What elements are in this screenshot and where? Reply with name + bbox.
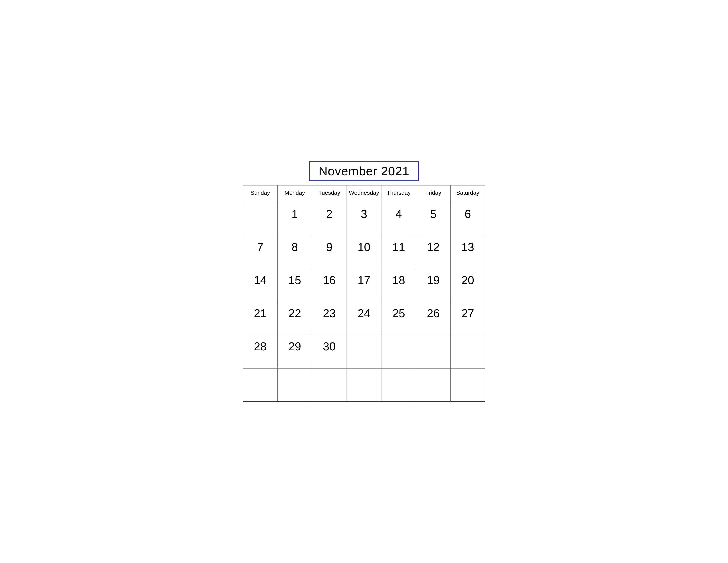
calendar-cell: [450, 369, 485, 402]
day-number: 11: [381, 236, 416, 256]
calendar-cell: 10: [347, 236, 381, 269]
day-number: 20: [451, 269, 485, 289]
day-number: 12: [416, 236, 450, 256]
calendar-cell: 11: [381, 236, 416, 269]
day-number: 25: [381, 302, 416, 322]
day-number: 19: [416, 269, 450, 289]
calendar-week-row: 282930: [243, 336, 485, 369]
day-number: 23: [312, 302, 347, 322]
day-number: 30: [312, 336, 347, 355]
calendar-cell: 23: [312, 302, 347, 336]
calendar-cell: 14: [243, 269, 278, 302]
calendar-cell: 22: [278, 302, 312, 336]
day-number: 18: [381, 269, 416, 289]
day-number: 4: [381, 203, 416, 223]
calendar-grid: SundayMondayTuesdayWednesdayThursdayFrid…: [243, 185, 485, 402]
day-number: 13: [451, 236, 485, 256]
calendar-week-row: [243, 369, 485, 402]
calendar-cell: 28: [243, 336, 278, 369]
calendar-cell: [381, 369, 416, 402]
calendar-cell: 24: [347, 302, 381, 336]
calendar-week-row: 21222324252627: [243, 302, 485, 336]
calendar-cell: [416, 336, 451, 369]
day-number: 27: [451, 302, 485, 322]
calendar-cell: 5: [416, 203, 451, 236]
calendar-cell: 6: [450, 203, 485, 236]
weekday-header-sunday: Sunday: [243, 185, 278, 203]
calendar-title: November 2021: [309, 161, 419, 180]
calendar-cell: [243, 369, 278, 402]
calendar-cell: 15: [278, 269, 312, 302]
day-number: 3: [347, 203, 381, 223]
calendar-container: November 2021 SundayMondayTuesdayWednesd…: [243, 161, 485, 402]
weekday-header-friday: Friday: [416, 185, 451, 203]
day-number: 21: [243, 302, 277, 322]
weekday-header-saturday: Saturday: [450, 185, 485, 203]
calendar-cell: [347, 336, 381, 369]
day-number: 6: [451, 203, 485, 223]
calendar-cell: 26: [416, 302, 451, 336]
day-number: 28: [243, 336, 277, 355]
calendar-cell: [381, 336, 416, 369]
day-number: 2: [312, 203, 347, 223]
calendar-cell: [416, 369, 451, 402]
calendar-cell: 21: [243, 302, 278, 336]
calendar-cell: 27: [450, 302, 485, 336]
calendar-cell: 12: [416, 236, 451, 269]
day-number: 7: [243, 236, 277, 256]
calendar-cell: 19: [416, 269, 451, 302]
day-number: 17: [347, 269, 381, 289]
calendar-cell: 2: [312, 203, 347, 236]
calendar-cell: [347, 369, 381, 402]
calendar-cell: 7: [243, 236, 278, 269]
day-number: 1: [278, 203, 312, 223]
day-number: 14: [243, 269, 277, 289]
calendar-cell: 30: [312, 336, 347, 369]
calendar-cell: 13: [450, 236, 485, 269]
calendar-cell: 17: [347, 269, 381, 302]
calendar-cell: 18: [381, 269, 416, 302]
weekday-header-row: SundayMondayTuesdayWednesdayThursdayFrid…: [243, 185, 485, 203]
calendar-cell: 25: [381, 302, 416, 336]
calendar-week-row: 123456: [243, 203, 485, 236]
day-number: 8: [278, 236, 312, 256]
day-number: 16: [312, 269, 347, 289]
day-number: 26: [416, 302, 450, 322]
calendar-cell: [278, 369, 312, 402]
calendar-week-row: 14151617181920: [243, 269, 485, 302]
weekday-header-wednesday: Wednesday: [347, 185, 381, 203]
day-number: 9: [312, 236, 347, 256]
weekday-header-thursday: Thursday: [381, 185, 416, 203]
calendar-cell: 4: [381, 203, 416, 236]
calendar-cell: 9: [312, 236, 347, 269]
calendar-cell: 1: [278, 203, 312, 236]
calendar-week-row: 78910111213: [243, 236, 485, 269]
calendar-title-wrapper: November 2021: [243, 161, 485, 180]
calendar-cell: 16: [312, 269, 347, 302]
calendar-cell: [243, 203, 278, 236]
day-number: 10: [347, 236, 381, 256]
calendar-cell: 3: [347, 203, 381, 236]
weekday-header-tuesday: Tuesday: [312, 185, 347, 203]
day-number: 24: [347, 302, 381, 322]
weekday-header-monday: Monday: [278, 185, 312, 203]
calendar-cell: 8: [278, 236, 312, 269]
calendar-cell: [312, 369, 347, 402]
calendar-cell: 20: [450, 269, 485, 302]
day-number: 5: [416, 203, 450, 223]
calendar-cell: [450, 336, 485, 369]
day-number: 29: [278, 336, 312, 355]
calendar-cell: 29: [278, 336, 312, 369]
day-number: 15: [278, 269, 312, 289]
day-number: 22: [278, 302, 312, 322]
